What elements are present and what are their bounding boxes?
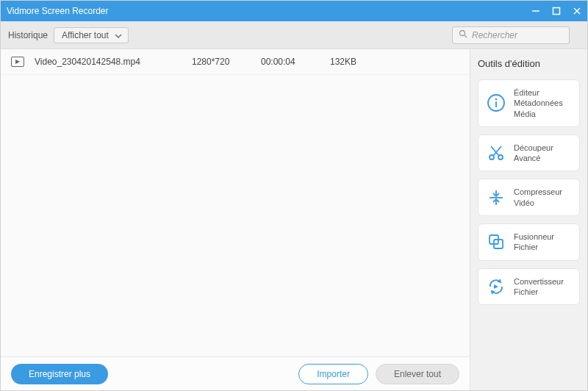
toolbar: Historique Afficher tout — [1, 21, 587, 49]
svg-line-5 — [465, 35, 467, 37]
svg-point-7 — [495, 98, 498, 101]
close-icon[interactable] — [573, 7, 581, 15]
tools-panel-title: Outils d'édition — [478, 58, 580, 69]
tool-label: Compresseur Vidéo — [514, 187, 562, 208]
tool-metadata-editor[interactable]: Éditeur Métadonnées Média — [478, 79, 580, 127]
search-box[interactable] — [452, 26, 570, 44]
body: Video_230420142548.mp4 1280*720 00:00:04… — [1, 49, 587, 390]
tool-label: Éditeur Métadonnées Média — [514, 87, 563, 119]
file-name: Video_230420142548.mp4 — [35, 57, 182, 67]
window-controls — [531, 7, 581, 15]
svg-point-4 — [460, 31, 465, 36]
tool-file-merger[interactable]: Fusionneur Fichier — [478, 223, 580, 261]
tool-label: Convertisseur Fichier — [514, 276, 564, 298]
search-input[interactable] — [472, 30, 563, 40]
filter-dropdown[interactable]: Afficher tout — [54, 27, 129, 43]
tools-panel: Outils d'édition Éditeur Métadonnées Méd… — [470, 49, 587, 390]
file-row[interactable]: Video_230420142548.mp4 1280*720 00:00:04… — [1, 49, 470, 75]
tool-label: Découpeur Avancé — [514, 143, 572, 164]
search-icon — [459, 29, 467, 40]
left-pane: Video_230420142548.mp4 1280*720 00:00:04… — [1, 49, 470, 390]
tool-video-compressor[interactable]: Compresseur Vidéo — [478, 179, 580, 216]
file-duration: 00:00:04 — [261, 57, 320, 67]
tool-label: Fusionneur Fichier — [514, 232, 572, 253]
remove-all-button[interactable]: Enlever tout — [376, 364, 459, 384]
tool-advanced-cutter[interactable]: Découpeur Avancé — [478, 134, 580, 172]
info-icon — [486, 93, 506, 113]
convert-icon — [486, 276, 506, 297]
minimize-icon[interactable] — [531, 7, 540, 15]
history-label: Historique — [8, 30, 48, 40]
compress-icon — [486, 187, 506, 208]
file-list: Video_230420142548.mp4 1280*720 00:00:04… — [1, 49, 470, 356]
svg-rect-1 — [553, 8, 560, 15]
save-more-button[interactable]: Enregistrer plus — [11, 364, 108, 384]
maximize-icon[interactable] — [552, 7, 561, 15]
scissors-icon — [486, 143, 506, 163]
filter-dropdown-label: Afficher tout — [62, 30, 109, 40]
video-thumb-icon — [11, 57, 24, 67]
import-button[interactable]: Importer — [298, 364, 368, 384]
file-size: 132KB — [330, 57, 389, 67]
app-title: Vidmore Screen Recorder — [7, 6, 531, 16]
chevron-down-icon — [115, 30, 122, 40]
file-resolution: 1280*720 — [192, 57, 251, 67]
tool-file-converter[interactable]: Convertisseur Fichier — [478, 268, 580, 306]
footer: Enregistrer plus Importer Enlever tout — [1, 356, 470, 390]
merge-icon — [486, 232, 506, 252]
titlebar: Vidmore Screen Recorder — [1, 1, 587, 21]
